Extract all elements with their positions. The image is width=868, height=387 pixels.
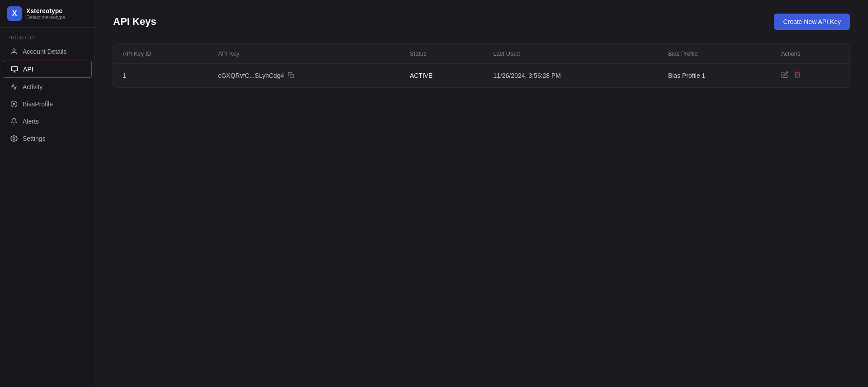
cell-last-used: 11/26/2024, 3:56:28 PM bbox=[484, 64, 659, 88]
cell-bias-profile: Bias Profile 1 bbox=[659, 64, 772, 88]
svg-point-2 bbox=[11, 101, 17, 107]
sidebar-item-label-settings: Settings bbox=[23, 135, 46, 142]
svg-point-4 bbox=[13, 138, 15, 139]
col-header-api-key-id: API Key ID bbox=[114, 44, 209, 64]
alerts-icon bbox=[10, 117, 18, 125]
svg-rect-5 bbox=[290, 74, 294, 78]
sidebar-item-bias-profile[interactable]: BiasProfile bbox=[3, 96, 92, 112]
table-header-row: API Key ID API Key Status Last Used Bias… bbox=[114, 44, 849, 64]
table-row: 1 cGXQRvfC...SLyhCdg4 bbox=[114, 64, 849, 88]
bias-profile-icon bbox=[10, 100, 18, 108]
col-header-bias-profile: Bias Profile bbox=[659, 44, 772, 64]
sidebar-item-settings[interactable]: Settings bbox=[3, 130, 92, 147]
copy-icon[interactable] bbox=[288, 72, 294, 80]
api-keys-table-container: API Key ID API Key Status Last Used Bias… bbox=[113, 43, 850, 88]
app-logo: X Xstereotype Detect stereotype. bbox=[0, 0, 95, 28]
page-header: API Keys Create New API Key bbox=[113, 14, 850, 30]
col-header-status: Status bbox=[401, 44, 484, 64]
create-api-key-button[interactable]: Create New API Key bbox=[774, 14, 850, 30]
svg-rect-1 bbox=[11, 67, 17, 71]
account-details-icon bbox=[10, 48, 18, 56]
cell-api-key: cGXQRvfC...SLyhCdg4 bbox=[209, 64, 401, 88]
api-key-value: cGXQRvfC...SLyhCdg4 bbox=[218, 72, 284, 79]
sidebar: X Xstereotype Detect stereotype. Project… bbox=[0, 0, 95, 387]
col-header-last-used: Last Used bbox=[484, 44, 659, 64]
page-title: API Keys bbox=[113, 16, 156, 28]
sidebar-item-account-details[interactable]: Account Details bbox=[3, 43, 92, 60]
table-body: 1 cGXQRvfC...SLyhCdg4 bbox=[114, 64, 849, 88]
table-header: API Key ID API Key Status Last Used Bias… bbox=[114, 44, 849, 64]
sidebar-item-label-bias-profile: BiasProfile bbox=[23, 100, 53, 108]
col-header-actions: Actions bbox=[772, 44, 849, 64]
cell-status: ACTIVE bbox=[401, 64, 484, 88]
sidebar-item-alerts[interactable]: Alerts bbox=[3, 113, 92, 129]
sidebar-section-projects: Projects bbox=[0, 28, 95, 43]
app-name-group: Xstereotype Detect stereotype. bbox=[26, 7, 66, 20]
edit-icon[interactable] bbox=[781, 71, 788, 80]
main-content: API Keys Create New API Key API Key ID A… bbox=[95, 0, 868, 387]
sidebar-item-api[interactable]: API bbox=[3, 61, 92, 78]
app-title: Xstereotype bbox=[26, 7, 66, 14]
cell-actions bbox=[772, 64, 849, 88]
svg-point-3 bbox=[13, 103, 15, 105]
activity-icon bbox=[10, 83, 18, 91]
cell-api-key-id: 1 bbox=[114, 64, 209, 88]
app-icon: X bbox=[7, 6, 22, 21]
status-badge: ACTIVE bbox=[410, 72, 433, 79]
sidebar-item-activity[interactable]: Activity bbox=[3, 79, 92, 95]
api-keys-table: API Key ID API Key Status Last Used Bias… bbox=[114, 44, 849, 87]
sidebar-item-label-api: API bbox=[23, 66, 33, 73]
delete-icon[interactable] bbox=[794, 71, 801, 80]
sidebar-item-label-activity: Activity bbox=[23, 83, 43, 91]
sidebar-item-label-account-details: Account Details bbox=[23, 48, 66, 55]
col-header-api-key: API Key bbox=[209, 44, 401, 64]
settings-icon bbox=[10, 134, 18, 143]
sidebar-item-label-alerts: Alerts bbox=[23, 118, 39, 125]
app-subtitle: Detect stereotype. bbox=[26, 14, 66, 20]
svg-point-0 bbox=[13, 49, 15, 51]
api-icon bbox=[10, 65, 19, 73]
